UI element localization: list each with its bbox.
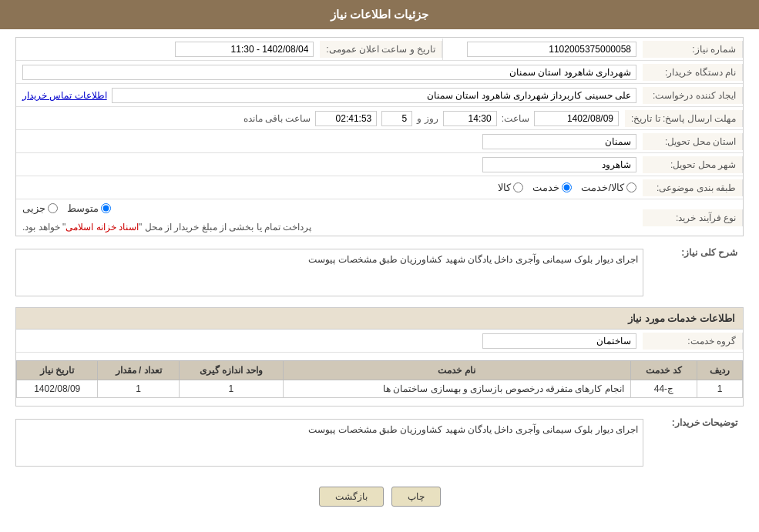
need-number-label: شماره نیاز: <box>643 41 743 58</box>
cell-code: ج-44 <box>630 380 697 398</box>
category-option-kala-khedmat[interactable]: کالا/خدمت <box>581 182 636 193</box>
col-date: تاریخ نیاز <box>17 361 98 380</box>
main-content: شماره نیاز: تاریخ و ساعت اعلان عمومی: نا… <box>0 29 759 524</box>
buyer-description-box: اجرای دیوار بلوک سیمانی وآجری داخل یادگا… <box>15 419 643 467</box>
announcement-date-input[interactable] <box>175 42 314 57</box>
contact-info-link[interactable]: اطلاعات تماس خریدار <box>22 90 107 101</box>
response-time-input[interactable] <box>443 111 497 126</box>
need-description-section: شرح کلی نیاز: اجرای دیوار بلوک سیمانی وآ… <box>15 244 744 301</box>
cell-row: 1 <box>697 380 743 398</box>
delivery-province-row: استان محل تحویل: <box>16 130 743 153</box>
delivery-city-input[interactable] <box>482 157 636 172</box>
requester-org-label: نام دستگاه خریدار: <box>643 64 743 81</box>
need-number-input[interactable] <box>467 42 636 57</box>
remaining-days-input[interactable] <box>381 111 412 126</box>
cell-unit: 1 <box>179 380 283 398</box>
creator-input[interactable] <box>112 88 636 103</box>
service-group-input[interactable] <box>482 333 636 349</box>
cell-qty: 1 <box>98 380 179 398</box>
services-section-title: اطلاعات خدمات مورد نیاز <box>16 308 743 330</box>
delivery-city-row: شهر محل تحویل: <box>16 153 743 176</box>
response-deadline-row: مهلت ارسال پاسخ: تا تاریخ: ساعت: روز و س… <box>16 107 743 130</box>
col-code: کد خدمت <box>630 361 697 380</box>
purchase-type-radio-group: متوسط جزیی <box>22 202 111 214</box>
services-table: ردیف کد خدمت نام خدمت واحد اندازه گیری ت… <box>16 360 743 398</box>
buttons-row: چاپ بازگشت <box>15 477 744 516</box>
col-unit: واحد اندازه گیری <box>179 361 283 380</box>
delivery-city-label: شهر محل تحویل: <box>643 156 743 173</box>
service-group-row: گروه خدمت: <box>16 330 743 353</box>
remaining-days-label: روز و <box>417 113 438 124</box>
cell-date: 1402/08/09 <box>17 380 98 398</box>
need-description-label: شرح کلی نیاز: <box>643 244 744 261</box>
response-date-input[interactable] <box>534 111 619 126</box>
purchase-type-motavaset[interactable]: متوسط <box>67 202 111 214</box>
delivery-province-label: استان محل تحویل: <box>643 133 743 150</box>
announcement-date-label: تاریخ و ساعت اعلان عمومی: <box>320 41 442 58</box>
remaining-time-label: ساعت باقی مانده <box>243 113 311 124</box>
purchase-type-jozi[interactable]: جزیی <box>22 202 58 214</box>
category-option-khedmat[interactable]: خدمت <box>532 182 572 193</box>
requester-org-input[interactable] <box>22 65 636 80</box>
page-header: جزئیات اطلاعات نیاز <box>0 0 759 29</box>
main-form: شماره نیاز: تاریخ و ساعت اعلان عمومی: نا… <box>15 37 744 236</box>
table-row: 1 ج-44 انجام کارهای متفرقه درخصوص بازساز… <box>17 380 743 398</box>
services-table-section: ردیف کد خدمت نام خدمت واحد اندازه گیری ت… <box>16 360 743 398</box>
response-deadline-label: مهلت ارسال پاسخ: تا تاریخ: <box>625 110 743 127</box>
col-row: ردیف <box>697 361 743 380</box>
response-time-label: ساعت: <box>502 113 529 124</box>
purchase-type-row: نوع فرآیند خرید: متوسط جزیی پرداخ <box>16 199 743 236</box>
buyer-description-wrapper: اجرای دیوار بلوک سیمانی وآجری داخل یادگا… <box>15 414 643 471</box>
col-qty: تعداد / مقدار <box>98 361 179 380</box>
cell-name: انجام کارهای متفرقه درخصوص بازسازی و بهس… <box>283 380 630 398</box>
purchase-type-label: نوع فرآیند خرید: <box>643 209 743 226</box>
col-name: نام خدمت <box>283 361 630 380</box>
need-description-value: اجرای دیوار بلوک سیمانی وآجری داخل یادگا… <box>16 249 643 296</box>
need-description-wrapper: اجرای دیوار بلوک سیمانی وآجری داخل یادگا… <box>15 244 643 301</box>
delivery-province-input[interactable] <box>482 134 636 149</box>
buyer-description-value: اجرای دیوار بلوک سیمانی وآجری داخل یادگا… <box>16 420 643 466</box>
purchase-note: پرداخت تمام یا بخشی از مبلغ خریدار از مح… <box>22 222 311 233</box>
page-title: جزئیات اطلاعات نیاز <box>331 8 428 21</box>
category-row: طبقه بندی موضوعی: کالا/خدمت خدمت کالا <box>16 176 743 199</box>
print-button[interactable]: چاپ <box>391 487 441 507</box>
need-number-row: شماره نیاز: تاریخ و ساعت اعلان عمومی: <box>16 38 743 61</box>
page-wrapper: جزئیات اطلاعات نیاز شماره نیاز: تاریخ و … <box>0 0 759 532</box>
buyer-description-label: توضیحات خریدار: <box>643 414 744 431</box>
services-table-header: ردیف کد خدمت نام خدمت واحد اندازه گیری ت… <box>17 361 743 380</box>
creator-row: ایجاد کننده درخواست: اطلاعات تماس خریدار <box>16 84 743 107</box>
service-group-label: گروه خدمت: <box>643 333 743 350</box>
category-option-kala[interactable]: کالا <box>498 182 523 193</box>
back-button[interactable]: بازگشت <box>319 487 384 507</box>
buyer-description-section: توضیحات خریدار: اجرای دیوار بلوک سیمانی … <box>15 414 744 471</box>
creator-label: ایجاد کننده درخواست: <box>643 87 743 104</box>
category-label: طبقه بندی موضوعی: <box>643 179 743 196</box>
requester-org-row: نام دستگاه خریدار: <box>16 61 743 84</box>
services-section: اطلاعات خدمات مورد نیاز گروه خدمت: ردیف … <box>15 307 744 407</box>
services-table-body: 1 ج-44 انجام کارهای متفرقه درخصوص بازساز… <box>17 380 743 398</box>
category-radio-group: کالا/خدمت خدمت کالا <box>22 182 636 193</box>
need-description-box: اجرای دیوار بلوک سیمانی وآجری داخل یادگا… <box>15 249 643 296</box>
remaining-time-input[interactable] <box>315 111 377 126</box>
